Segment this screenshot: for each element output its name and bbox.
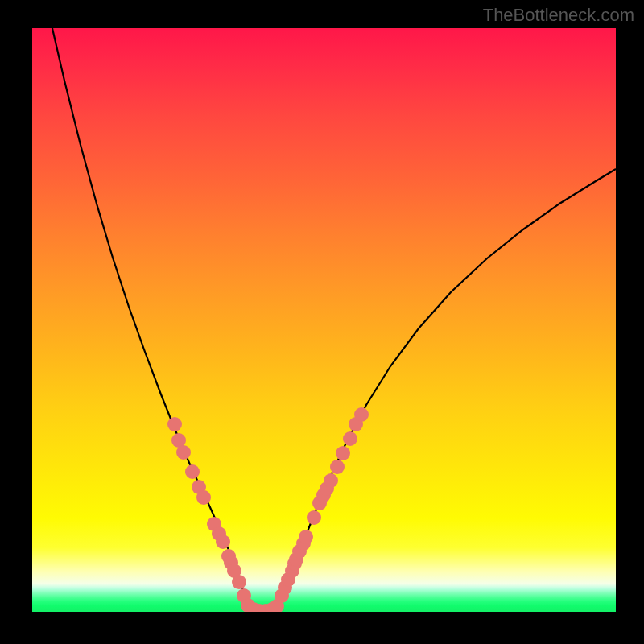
watermark-text: TheBottleneck.com: [483, 5, 634, 26]
marker-dot: [336, 446, 350, 460]
marker-dot: [196, 490, 211, 505]
plot-area: [32, 28, 616, 612]
marker-dot: [176, 445, 191, 460]
bottleneck-curve: [47, 28, 616, 612]
marker-dot: [185, 464, 200, 479]
marker-group: [167, 407, 369, 612]
marker-dot: [216, 535, 230, 549]
marker-dot: [354, 407, 369, 422]
marker-dot: [324, 473, 338, 488]
marker-dot: [167, 417, 182, 431]
marker-dot: [232, 575, 246, 589]
chart-svg: [32, 28, 616, 612]
marker-dot: [343, 431, 357, 446]
marker-dot: [299, 530, 313, 544]
marker-dot: [307, 510, 321, 525]
marker-dot: [330, 460, 345, 474]
